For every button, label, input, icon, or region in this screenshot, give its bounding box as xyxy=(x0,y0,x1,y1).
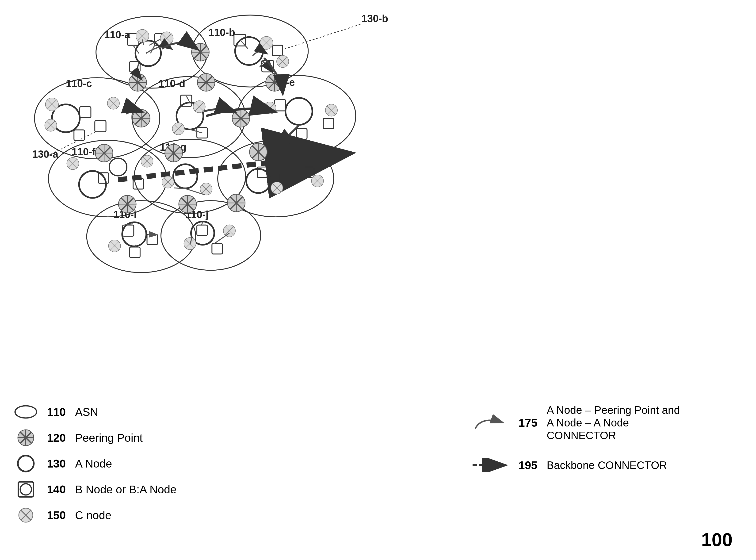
line-110i-1 xyxy=(125,224,133,225)
label-130b: 130-b xyxy=(362,13,388,24)
pointer-130b xyxy=(285,24,361,49)
legend-text-bnode: B Node or B:A Node xyxy=(75,483,177,496)
a-node-110g-1 xyxy=(173,164,197,188)
legend-item-peering: 120 Peering Point xyxy=(14,429,284,446)
line-110j-2 xyxy=(214,233,229,243)
b-node-110b-3 xyxy=(272,45,283,56)
legend-item-anode: 130 A Node xyxy=(14,455,284,472)
legend-item-connector195: 195 Backbone CONNECTOR xyxy=(472,456,741,475)
b-node-110i-3 xyxy=(129,247,140,258)
b-node-110i-2 xyxy=(147,234,158,244)
legend-number-peering: 120 xyxy=(47,432,66,444)
b-node-110j-1 xyxy=(197,225,207,235)
legend-text-cnode: C node xyxy=(75,509,111,522)
legend-item-connector175: 175 A Node – Peering Point and A Node – … xyxy=(472,404,741,442)
peering-point-hj xyxy=(228,194,245,212)
legend-number-bnode: 140 xyxy=(47,483,66,496)
asn-110i xyxy=(87,201,196,273)
label-110b: 110-b xyxy=(209,27,236,38)
legend-icon-peering xyxy=(14,429,38,446)
peering-point-ij xyxy=(179,195,197,213)
legend-number-cnode: 150 xyxy=(47,509,66,522)
legend-item-bnode: 140 B Node or B:A Node xyxy=(14,481,284,498)
label-110f: 110-f xyxy=(71,146,96,158)
legend-icon-anode xyxy=(14,455,38,472)
b-node-110c-3 xyxy=(74,130,84,140)
peering-point-eh xyxy=(249,143,267,161)
legend-icon-asn xyxy=(14,404,38,420)
svg-point-113 xyxy=(20,484,32,495)
legend-number-asn: 110 xyxy=(47,405,66,418)
legend-text-connector195: Backbone CONNECTOR xyxy=(547,459,667,472)
asn-110a xyxy=(96,16,207,88)
label-130a: 130-a xyxy=(32,148,58,160)
a-node-110f-1 xyxy=(79,171,106,198)
legend-item-asn: 110 ASN xyxy=(14,404,284,420)
legend-icon-connector195 xyxy=(472,456,509,475)
b-node-110c-1 xyxy=(80,107,91,118)
legend-number-connector175: 175 xyxy=(518,416,537,429)
legend-item-cnode: 150 C node xyxy=(14,507,284,523)
legend-text-peering: Peering Point xyxy=(75,432,143,444)
b-node-110e-1 xyxy=(274,100,286,111)
connector-110a-1 xyxy=(146,47,171,54)
label-110c: 110-c xyxy=(66,78,92,89)
legend-right: 175 A Node – Peering Point and A Node – … xyxy=(284,404,741,523)
line-110d-2 xyxy=(190,129,202,133)
a-node-110b-1 xyxy=(235,37,263,65)
legend-text-connector175: A Node – Peering Point and A Node – A No… xyxy=(547,404,680,442)
main-diagram: 110-a 110-b 110-c 110-d 110-e 110-f 110-… xyxy=(0,0,756,399)
legend-icon-cnode xyxy=(14,507,38,523)
b-node-110e-2 xyxy=(297,129,307,139)
a-node-110e-1 xyxy=(286,98,312,125)
b-node-110c-2 xyxy=(95,121,106,132)
legend: 110 ASN 120 Peering Point xyxy=(14,404,741,523)
a-node-110f-2 xyxy=(109,158,127,176)
peering-point-de xyxy=(232,109,250,127)
b-node-110j-2 xyxy=(212,244,222,254)
peering-point-cd xyxy=(132,109,150,127)
label-110a: 110-a xyxy=(104,29,130,40)
line-110b-1 xyxy=(240,39,248,49)
svg-point-111 xyxy=(18,456,34,472)
b-node-110e-3 xyxy=(323,118,334,128)
peering-point-dg xyxy=(165,144,183,162)
legend-text-anode: A Node xyxy=(75,457,112,470)
a-node-110h-1 xyxy=(246,169,270,193)
b-node-110h-2 xyxy=(279,173,289,183)
b-node-110h-3 xyxy=(304,167,314,177)
connector-eh-large xyxy=(276,125,299,147)
legend-icon-connector175 xyxy=(472,413,509,432)
connector-110b-1 xyxy=(252,52,266,56)
label-110d: 110-d xyxy=(159,78,185,89)
peering-point-ac xyxy=(129,74,146,91)
legend-number-anode: 130 xyxy=(47,457,66,470)
figure-number: 100 xyxy=(701,529,733,551)
peering-point-bd xyxy=(197,74,215,91)
peering-point-cf xyxy=(95,144,113,162)
peering-point-fi xyxy=(119,195,136,213)
legend-left: 110 ASN 120 Peering Point xyxy=(14,404,284,523)
line-110i-3 xyxy=(148,234,158,235)
svg-point-105 xyxy=(15,406,37,418)
line-110d-1 xyxy=(186,96,190,103)
legend-number-connector195: 195 xyxy=(518,459,537,472)
legend-text-asn: ASN xyxy=(75,405,98,418)
legend-icon-bnode xyxy=(14,481,38,498)
